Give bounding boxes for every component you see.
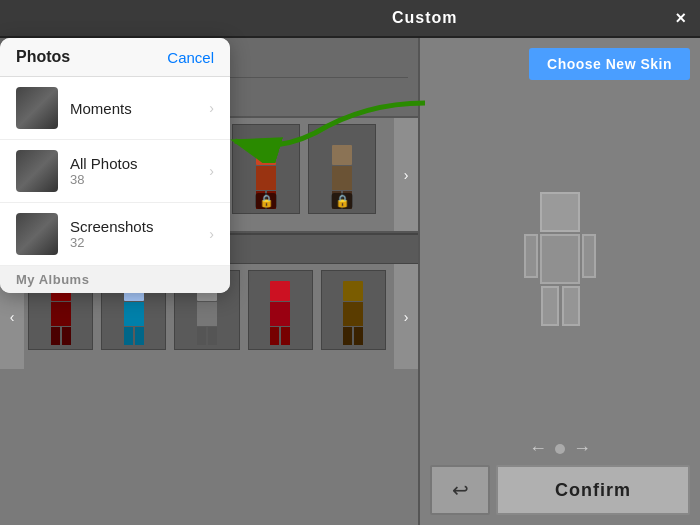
- skin-item-4[interactable]: 🔒: [232, 124, 300, 214]
- back-button[interactable]: ↩: [430, 465, 490, 515]
- rotate-dot: [555, 444, 565, 454]
- skin-item-5[interactable]: 🔒: [308, 124, 376, 214]
- preview-body: [540, 234, 580, 284]
- preview-leg-left: [541, 286, 559, 326]
- right-panel: Choose New Skin: [420, 38, 700, 525]
- all-photos-info: All Photos 38: [70, 155, 209, 187]
- bottom-buttons: ↩ Confirm: [430, 465, 690, 515]
- screenshots-thumb: [16, 213, 58, 255]
- preview-arm-left: [524, 234, 538, 278]
- screenshots-arrow: ›: [209, 226, 214, 242]
- all-photos-thumb: [16, 150, 58, 192]
- game-background: Custom × Recent: [0, 0, 700, 525]
- rotate-right-button[interactable]: →: [573, 438, 591, 459]
- skins-next-arrow[interactable]: ›: [394, 118, 418, 231]
- moments-arrow: ›: [209, 100, 214, 116]
- confirm-button[interactable]: Confirm: [496, 465, 690, 515]
- all-photos-label: All Photos: [70, 155, 209, 172]
- photos-item-screenshots[interactable]: Screenshots 32 ›: [0, 203, 230, 266]
- screenshots-label: Screenshots: [70, 218, 209, 235]
- photos-cancel-button[interactable]: Cancel: [167, 49, 214, 66]
- rotate-controls: ← →: [529, 438, 591, 459]
- lock-icon-4: 🔒: [256, 193, 277, 209]
- lock-icon-5: 🔒: [332, 193, 353, 209]
- back-icon: ↩: [452, 478, 469, 502]
- photos-overlay: Photos Cancel Moments ›: [0, 38, 230, 293]
- moments-label: Moments: [70, 100, 209, 117]
- screenshots-count: 32: [70, 235, 209, 250]
- screenshots-info: Screenshots 32: [70, 218, 209, 250]
- choose-skin-button[interactable]: Choose New Skin: [529, 48, 690, 80]
- villains-next-arrow[interactable]: ›: [394, 264, 418, 369]
- villain-item-5[interactable]: [321, 270, 386, 350]
- preview-leg-right: [562, 286, 580, 326]
- main-content: Recent 🔒: [0, 38, 700, 525]
- preview-legs: [541, 286, 580, 326]
- window-title: Custom: [174, 9, 675, 27]
- all-photos-arrow: ›: [209, 163, 214, 179]
- left-panel: Recent 🔒: [0, 38, 420, 525]
- photos-item-moments[interactable]: Moments ›: [0, 77, 230, 140]
- close-button[interactable]: ×: [675, 8, 686, 29]
- villain-item-4[interactable]: [248, 270, 313, 350]
- moments-thumb: [16, 87, 58, 129]
- top-bar: Custom ×: [0, 0, 700, 38]
- moments-info: Moments: [70, 100, 209, 117]
- all-photos-count: 38: [70, 172, 209, 187]
- photos-item-all[interactable]: All Photos 38 ›: [0, 140, 230, 203]
- skin-preview-area: [430, 80, 690, 438]
- rotate-left-button[interactable]: ←: [529, 438, 547, 459]
- preview-head: [540, 192, 580, 232]
- my-albums-header: My Albums: [0, 266, 230, 293]
- photos-title: Photos: [16, 48, 70, 66]
- preview-arm-right: [582, 234, 596, 278]
- photos-header: Photos Cancel: [0, 38, 230, 77]
